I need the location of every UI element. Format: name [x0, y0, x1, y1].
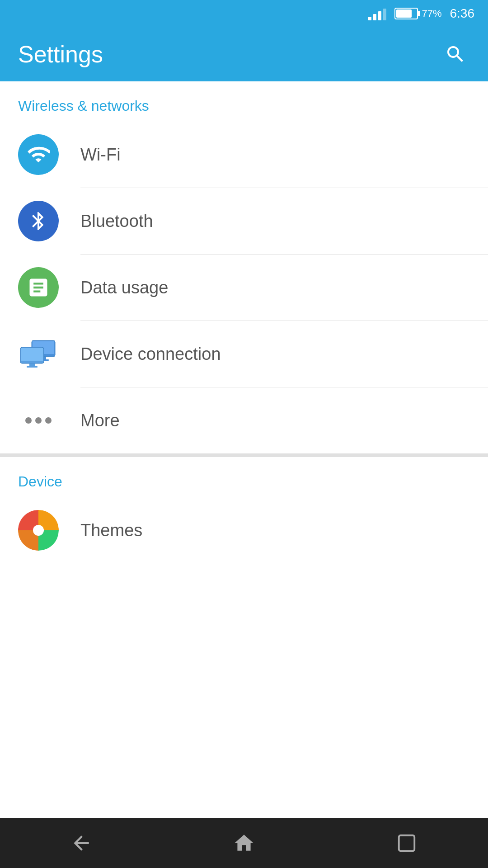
recents-button[interactable] [389, 825, 425, 861]
data-usage-label: Data usage [80, 278, 168, 297]
svg-rect-10 [399, 835, 415, 851]
page-title: Settings [18, 41, 103, 68]
more-item[interactable]: More [0, 387, 488, 453]
signal-icon [368, 7, 386, 20]
device-connection-icon [18, 334, 59, 374]
clock: 6:36 [450, 6, 475, 21]
svg-rect-6 [29, 363, 35, 366]
section-divider [0, 453, 488, 457]
more-label: More [80, 411, 120, 430]
wireless-networks-section: Wireless & networks Wi-Fi Bluetooth [0, 81, 488, 453]
bluetooth-item[interactable]: Bluetooth [0, 188, 488, 254]
themes-item[interactable]: Themes [0, 497, 488, 563]
themes-icon [18, 510, 59, 551]
data-usage-item[interactable]: Data usage [0, 255, 488, 321]
bluetooth-label: Bluetooth [80, 212, 153, 231]
wifi-label: Wi-Fi [80, 145, 121, 165]
search-icon [445, 43, 466, 65]
themes-label: Themes [80, 521, 142, 540]
svg-rect-7 [27, 366, 38, 368]
wifi-item[interactable]: Wi-Fi [0, 122, 488, 188]
svg-rect-5 [21, 348, 43, 361]
data-usage-icon [18, 267, 59, 308]
device-header: Device [0, 457, 488, 497]
wireless-networks-header: Wireless & networks [0, 81, 488, 122]
device-section: Device Themes [0, 457, 488, 563]
bluetooth-icon [18, 201, 59, 241]
device-connection-item[interactable]: Device connection [0, 321, 488, 387]
status-bar: 77% 6:36 [0, 0, 488, 27]
wifi-icon [18, 134, 59, 175]
home-button[interactable] [226, 825, 262, 861]
back-button[interactable] [63, 825, 99, 861]
search-button[interactable] [441, 40, 470, 69]
navigation-bar [0, 818, 488, 868]
battery-percentage: 77% [422, 8, 441, 19]
app-bar: Settings [0, 27, 488, 81]
battery-indicator: 77% [394, 8, 441, 19]
battery-icon [394, 8, 418, 19]
svg-point-9 [33, 525, 44, 536]
more-icon [18, 400, 59, 441]
device-connection-label: Device connection [80, 344, 221, 364]
